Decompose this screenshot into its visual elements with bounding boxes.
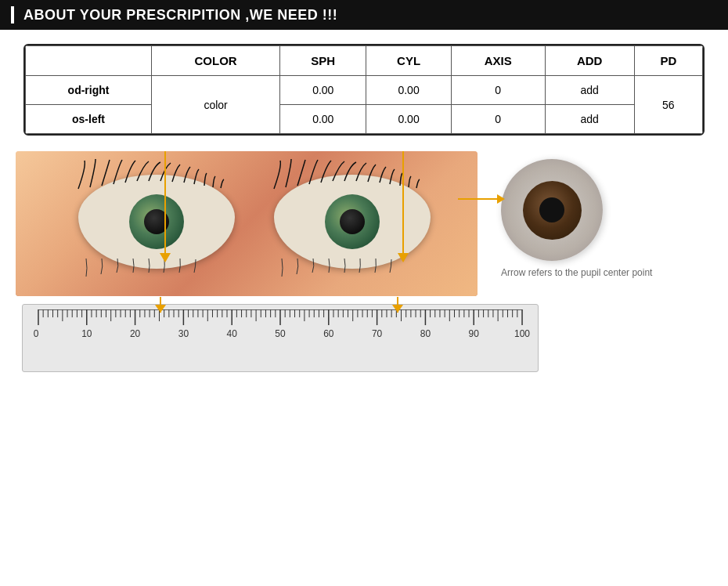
col-header-pd: PD <box>634 46 702 76</box>
col-header-add: ADD <box>545 46 634 76</box>
os-cyl: 0.00 <box>366 105 451 134</box>
svg-text:100: 100 <box>514 328 530 339</box>
right-lashes-bottom <box>266 257 438 280</box>
svg-text:90: 90 <box>469 328 480 339</box>
ruler-container: // We'll do this inline via SVG paths <box>22 304 539 372</box>
left-eye <box>78 175 235 269</box>
page-title: ABOUT YOUR PRESCRIPITION ,WE NEED !!! <box>23 7 337 24</box>
left-lashes-top <box>70 159 243 190</box>
left-arrow <box>160 151 171 262</box>
col-header-empty <box>26 46 152 76</box>
os-left-label: os-left <box>26 105 152 134</box>
od-right-label: od-right <box>26 76 152 105</box>
eye-diagram-pupil <box>539 197 564 222</box>
prescription-table-wrapper: COLOR SPH CYL AXIS ADD PD od-right color… <box>23 44 705 136</box>
page-header: ABOUT YOUR PRESCRIPITION ,WE NEED !!! <box>0 0 728 30</box>
left-arrow-line <box>164 151 166 253</box>
right-arrow-head <box>398 253 409 262</box>
left-eye-iris <box>129 194 184 249</box>
svg-text:30: 30 <box>178 328 189 339</box>
right-eye-iris <box>325 194 380 249</box>
os-axis: 0 <box>451 105 545 134</box>
diagram-area: Arrow refers to the pupil center point <box>501 151 652 278</box>
svg-text:0: 0 <box>34 328 39 339</box>
table-row: os-left 0.00 0.00 0 add <box>26 105 703 134</box>
ruler-arrow-right <box>397 297 398 313</box>
col-header-axis: AXIS <box>451 46 545 76</box>
od-add: add <box>545 76 634 105</box>
table-header-row: COLOR SPH CYL AXIS ADD PD <box>26 46 703 76</box>
right-arrow-line <box>402 151 404 253</box>
col-header-color: COLOR <box>152 46 280 76</box>
diagram-arrow-line <box>458 198 497 200</box>
svg-text:20: 20 <box>130 328 141 339</box>
eye-diagram-iris <box>523 181 582 240</box>
ruler-arrow-left <box>160 297 161 313</box>
svg-text:80: 80 <box>420 328 431 339</box>
ruler-svg: // We'll do this inline via SVG paths <box>31 309 530 360</box>
diagram-arrow <box>458 194 505 204</box>
eye-row: Arrow refers to the pupil center point <box>16 151 712 296</box>
col-header-cyl: CYL <box>366 46 451 76</box>
eye-photo <box>16 151 478 296</box>
od-cyl: 0.00 <box>366 76 451 105</box>
diagram-arrow-head-icon <box>497 194 505 204</box>
col-header-sph: SPH <box>280 46 366 76</box>
diagram-arrow-label: Arrow refers to the pupil center point <box>501 267 652 278</box>
svg-text:10: 10 <box>81 328 92 339</box>
color-cell: color <box>152 76 280 134</box>
right-lashes-top <box>266 159 438 190</box>
os-add: add <box>545 105 634 134</box>
table-row: od-right color 0.00 0.00 0 add 56 <box>26 76 703 105</box>
illustration-section: Arrow refers to the pupil center point /… <box>16 151 712 372</box>
right-arrow <box>398 151 409 262</box>
pd-cell: 56 <box>634 76 702 134</box>
left-lashes-bottom <box>70 257 243 280</box>
svg-text:50: 50 <box>275 328 286 339</box>
prescription-table: COLOR SPH CYL AXIS ADD PD od-right color… <box>25 45 703 134</box>
left-arrow-head <box>160 253 171 262</box>
os-sph: 0.00 <box>280 105 366 134</box>
svg-text:40: 40 <box>227 328 238 339</box>
od-axis: 0 <box>451 76 545 105</box>
svg-text:60: 60 <box>323 328 334 339</box>
od-sph: 0.00 <box>280 76 366 105</box>
header-bar-icon <box>11 6 14 24</box>
eye-diagram-circle <box>501 159 603 261</box>
svg-text:70: 70 <box>372 328 383 339</box>
